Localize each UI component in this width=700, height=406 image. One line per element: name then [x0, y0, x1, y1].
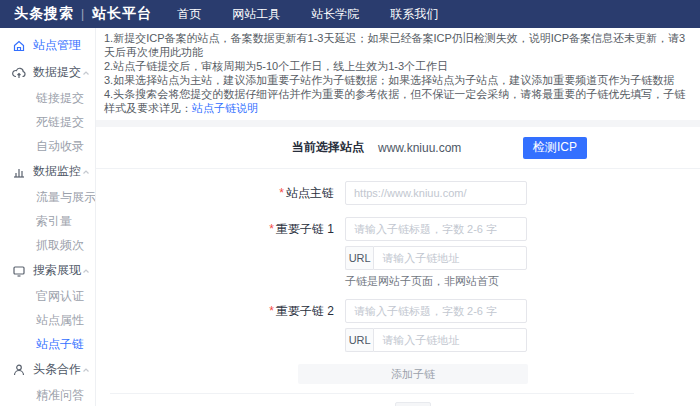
- nav-menu: 首页 网站工具 站长学院 联系我们: [177, 6, 438, 23]
- sublink-1-title-input[interactable]: [345, 217, 527, 241]
- check-icp-button[interactable]: 检测ICP: [523, 137, 587, 159]
- nav-item-contact[interactable]: 联系我们: [390, 6, 438, 23]
- main-content: 1.新提交ICP备案的站点，备案数据更新有1-3天延迟；如果已经备案ICP仍旧检…: [96, 28, 700, 406]
- sidebar-section-label: 数据监控: [33, 163, 81, 180]
- sublink-1-label-text: 重要子链 1: [276, 222, 334, 236]
- notice-line-1: 1.新提交ICP备案的站点，备案数据更新有1-3天延迟；如果已经备案ICP仍旧检…: [104, 31, 690, 59]
- sidebar-item-precise-qa[interactable]: 精准问答: [0, 383, 95, 406]
- sidebar-section-data-submit[interactable]: 数据提交: [0, 59, 95, 86]
- sublink-2-url-input[interactable]: [373, 328, 527, 352]
- site-selector-row: 当前选择站点 www.kniuu.com 检测ICP: [96, 127, 700, 169]
- user-icon: [12, 363, 26, 377]
- sidebar-item-site-attributes[interactable]: 站点属性: [0, 308, 95, 332]
- brand-logo: 头条搜索 | 站长平台: [14, 5, 152, 23]
- sidebar-item-official-site-auth[interactable]: 官网认证: [0, 284, 95, 308]
- main-link-row: *站点主链: [96, 181, 700, 205]
- notice-line-2: 2.站点子链提交后，审核周期为5-10个工作日，线上生效为1-3个工作日: [104, 59, 690, 73]
- url-prefix-label: URL: [345, 328, 373, 352]
- required-mark: *: [269, 222, 274, 236]
- sublink-2-label: *重要子链 2: [96, 299, 345, 352]
- nav-item-site-tools[interactable]: 网站工具: [232, 6, 280, 23]
- notice-line-4: 4.头条搜索会将您提交的数据仔细评估并作为重要的参考依据，但不保证一定会采纳，请…: [104, 87, 690, 115]
- site-selector-label: 当前选择站点: [292, 139, 364, 156]
- site-icon: [12, 39, 26, 53]
- sidebar-item-label: 站点管理: [33, 37, 81, 54]
- form-panel: 当前选择站点 www.kniuu.com 检测ICP *站点主链 *重要子链 1: [96, 127, 700, 406]
- sidebar-item-crawl-frequency[interactable]: 抓取频次: [0, 233, 95, 257]
- main-link-input[interactable]: [345, 181, 527, 205]
- sublink-hint: 子链是网站子页面，非网站首页: [345, 275, 527, 287]
- submit-button[interactable]: 提交: [395, 402, 431, 406]
- sublink-2-label-text: 重要子链 2: [276, 304, 334, 318]
- sidebar-item-auto-include[interactable]: 自动收录: [0, 134, 95, 158]
- bar-chart-icon: [12, 165, 26, 179]
- sublink-1-url-input[interactable]: [373, 246, 527, 270]
- sidebar-item-traffic-impressions[interactable]: 流量与展示量: [0, 185, 95, 209]
- sublink-2-url-group: URL: [345, 328, 527, 352]
- add-sublink-button[interactable]: 添加子链: [298, 364, 528, 384]
- brand-primary: 头条搜索: [14, 5, 74, 23]
- cloud-upload-icon: [12, 66, 26, 80]
- url-prefix-label: URL: [345, 246, 373, 270]
- notice-block: 1.新提交ICP备案的站点，备案数据更新有1-3天延迟；如果已经备案ICP仍旧检…: [96, 28, 700, 120]
- chevron-up-icon[interactable]: [81, 167, 91, 177]
- main-link-label: *站点主链: [96, 181, 345, 205]
- sublink-2-title-input[interactable]: [345, 299, 527, 323]
- sidebar-section-label: 头条合作: [33, 361, 81, 378]
- brand-secondary: 站长平台: [92, 5, 152, 23]
- sublink-help-link[interactable]: 站点子链说明: [192, 102, 258, 114]
- sidebar-item-dead-link-submit[interactable]: 死链提交: [0, 110, 95, 134]
- sidebar-section-search-display[interactable]: 搜索展现: [0, 257, 95, 284]
- main-link-label-text: 站点主链: [286, 186, 334, 200]
- sublink-form: *站点主链 *重要子链 1 URL 子链是网站子页面，非网站首页: [96, 169, 700, 406]
- required-mark: *: [279, 186, 284, 200]
- sublink-1-row: *重要子链 1 URL 子链是网站子页面，非网站首页: [96, 217, 700, 287]
- sidebar-section-label: 搜索展现: [33, 262, 81, 279]
- chevron-up-icon[interactable]: [81, 266, 91, 276]
- top-navbar: 头条搜索 | 站长平台 首页 网站工具 站长学院 联系我们: [0, 0, 700, 28]
- sidebar-item-index-volume[interactable]: 索引量: [0, 209, 95, 233]
- sidebar-item-site-management[interactable]: 站点管理: [0, 32, 95, 59]
- sidebar-section-data-monitor[interactable]: 数据监控: [0, 158, 95, 185]
- site-selector-value: www.kniuu.com: [378, 141, 461, 155]
- chevron-up-icon[interactable]: [81, 365, 91, 375]
- sublink-2-row: *重要子链 2 URL: [96, 299, 700, 352]
- brand-separator: |: [81, 7, 85, 21]
- required-mark: *: [269, 304, 274, 318]
- form-divider: [110, 393, 634, 394]
- nav-item-home[interactable]: 首页: [177, 6, 201, 23]
- sidebar-item-link-submit[interactable]: 链接提交: [0, 86, 95, 110]
- nav-item-academy[interactable]: 站长学院: [311, 6, 359, 23]
- sidebar: 站点管理 数据提交 链接提交 死链提交 自动收录 数据监控: [0, 28, 96, 406]
- monitor-icon: [12, 264, 26, 278]
- sidebar-item-site-sublinks[interactable]: 站点子链: [0, 332, 95, 356]
- sublink-1-url-group: URL: [345, 246, 527, 270]
- sidebar-section-label: 数据提交: [33, 64, 81, 81]
- chevron-up-icon[interactable]: [81, 68, 91, 78]
- notice-line-3: 3.如果选择站点为主站，建议添加重要子站作为子链数据；如果选择站点为子站点，建议…: [104, 73, 690, 87]
- sublink-1-label: *重要子链 1: [96, 217, 345, 287]
- sidebar-section-toutiao-cooperation[interactable]: 头条合作: [0, 356, 95, 383]
